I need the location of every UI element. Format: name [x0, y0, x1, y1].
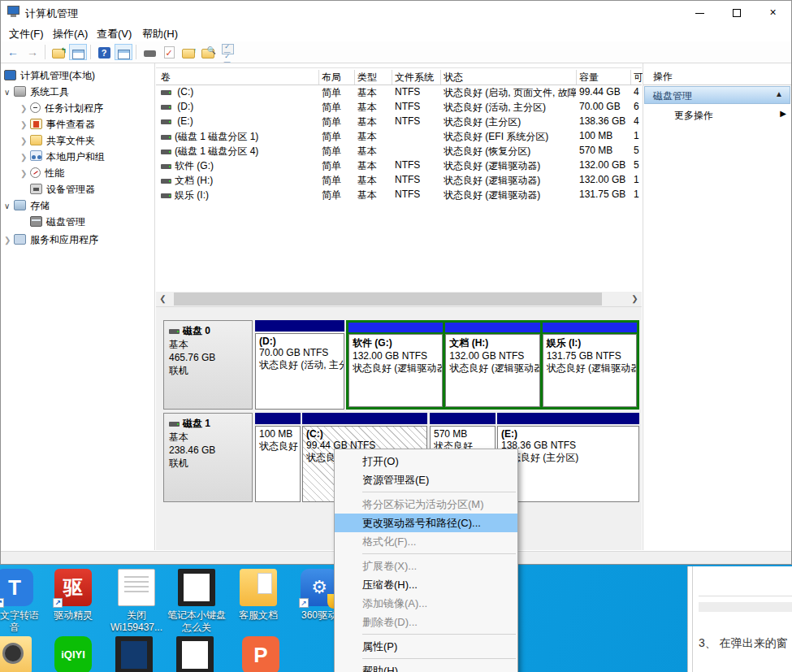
col-layout[interactable]: 布局 — [322, 71, 341, 85]
chevron-right-icon[interactable]: ❯ — [20, 101, 30, 116]
collapse-icon[interactable]: ▲ — [775, 89, 783, 98]
primary-partition-bar — [302, 413, 427, 424]
menu-separator — [362, 634, 516, 635]
partition-i[interactable]: 娱乐 (I:) 131.75 GB NTFS 状态良好 (逻辑驱动器) — [543, 323, 637, 407]
desktop-icon-video-dark[interactable] — [100, 636, 168, 672]
menu-item-open[interactable]: 打开(O) — [335, 452, 517, 470]
iqiyi-icon: iQIYI — [54, 636, 92, 672]
col-status[interactable]: 状态 — [444, 71, 463, 85]
menu-item-format: 格式化(F)... — [335, 532, 517, 551]
panel-splitter[interactable] — [156, 306, 642, 312]
menu-item-explorer[interactable]: 资源管理器(E) — [335, 470, 517, 489]
tree-item-performance[interactable]: ❯性能 — [20, 166, 64, 181]
chevron-right-icon[interactable]: ❯ — [20, 117, 30, 132]
device-view-icon[interactable] — [141, 44, 158, 60]
partition-d[interactable]: (D:) 70.00 GB NTFS 状态良好 (活动, 主分区) — [255, 320, 344, 410]
volume-row-h[interactable]: 文档 (H:) 简单基本 NTFS状态良好 (逻辑驱动器) 132.00 GB1 — [156, 173, 642, 188]
tree-item-event-viewer[interactable]: ❯事件查看器 — [20, 117, 95, 132]
desktop-icon-video-light[interactable] — [161, 636, 229, 672]
scrollbar-track[interactable] — [692, 566, 693, 672]
background-window[interactable]: 3、 在弹出来的窗 — [687, 566, 792, 672]
desktop-icon-wps[interactable]: P — [227, 636, 295, 672]
volume-icon — [161, 119, 171, 124]
col-volume[interactable]: 卷 — [161, 71, 171, 85]
tree-item-system-tools[interactable]: ∨系统工具 — [4, 85, 69, 100]
disk1-info-box[interactable]: 磁盘 1 基本 238.46 GB 联机 — [163, 413, 253, 502]
col-type[interactable]: 类型 — [357, 71, 377, 85]
volume-row-partition4[interactable]: (磁盘 1 磁盘分区 4) 简单基本 状态良好 (恢复分区) 570 MB5 — [156, 144, 642, 158]
disk-management-section-header[interactable]: 磁盘管理 ▲ — [644, 86, 790, 104]
disk0-info-box[interactable]: 磁盘 0 基本 465.76 GB 联机 — [163, 320, 253, 410]
menu-item-change-drive-letter[interactable]: 更改驱动器号和路径(C)... — [335, 514, 517, 532]
menu-view[interactable]: 查看(V) — [92, 26, 136, 42]
volume-row-c[interactable]: (C:) 简单基本 NTFS状态良好 (启动, 页面文件, 故障转储, 主分区)… — [156, 85, 642, 100]
desktop-icon-keyboard-video[interactable]: 笔记本小键盘 怎么关 — [162, 569, 231, 634]
checklist-icon[interactable]: ✓—✓— — [219, 44, 236, 60]
video-file-icon — [176, 636, 214, 672]
more-actions-item[interactable]: 更多操作 ▶ — [643, 106, 791, 124]
back-arrow-icon[interactable]: ← — [4, 44, 22, 60]
tree-item-computer-management[interactable]: 计算机管理(本地) — [4, 68, 95, 84]
scrollbar-thumb[interactable] — [174, 293, 602, 306]
title-bar[interactable]: 计算机管理 × — [1, 1, 791, 24]
chevron-right-icon[interactable]: ❯ — [4, 232, 14, 248]
desktop-icon-close-wifi[interactable]: 关闭 Wi159437... — [102, 569, 171, 634]
col-fs[interactable]: 文件系统 — [395, 71, 434, 85]
chevron-right-icon[interactable]: ❯ — [20, 166, 30, 181]
tree-item-device-manager[interactable]: 设备管理器 — [30, 182, 95, 197]
menu-item-shrink-volume[interactable]: 压缩卷(H)... — [335, 575, 517, 594]
volume-row-d[interactable]: (D:) 简单基本 NTFS状态良好 (活动, 主分区) 70.00 GB6 — [156, 100, 642, 115]
partition-h[interactable]: 文档 (H:) 132.00 GB NTFS 状态良好 (逻辑驱动器) — [445, 323, 539, 407]
shortcut-arrow-icon: ↗ — [53, 598, 63, 608]
show-console-tree-icon[interactable] — [69, 44, 87, 60]
partition-efi[interactable]: 100 MB 状态良好 — [255, 413, 301, 502]
shortcut-arrow-icon: ↗ — [299, 598, 309, 608]
folder-up-icon[interactable]: ↑ — [180, 44, 197, 60]
tree-item-local-users[interactable]: ❯本地用户和组 — [20, 150, 105, 165]
help-icon[interactable]: ? — [95, 44, 113, 60]
shortcut-arrow-icon: ↗ — [0, 598, 4, 608]
menu-action[interactable]: 操作(A) — [48, 26, 93, 42]
volume-icon — [161, 135, 171, 140]
menu-help[interactable]: 帮助(H) — [137, 26, 183, 42]
scroll-right-icon[interactable]: ❯ — [628, 292, 642, 306]
volume-row-e[interactable]: (E:) 简单基本 NTFS状态良好 (主分区) 138.36 GB4 — [156, 115, 642, 129]
close-button[interactable]: × — [755, 1, 791, 24]
col-capacity[interactable]: 容量 — [579, 71, 599, 85]
forward-arrow-icon[interactable]: → — [24, 44, 41, 60]
desktop-icon-label: 驱动精灵 — [39, 609, 107, 622]
partition-e[interactable]: (E:) 138.36 GB NTFS 状态良好 (主分区) — [497, 413, 639, 502]
toolbar: ← → ↰ ? ✓ ↑ 🔍 ✓—✓— — [1, 41, 791, 63]
maximize-button[interactable] — [718, 1, 755, 24]
desktop-icon-iqiyi[interactable]: iQIYI — [39, 636, 107, 672]
chevron-right-icon[interactable]: ❯ — [20, 133, 30, 149]
folder-search-icon[interactable]: 🔍 — [199, 44, 217, 60]
toolbar-separator — [90, 45, 91, 59]
chevron-down-icon[interactable]: ∨ — [4, 85, 14, 100]
horizontal-scrollbar[interactable]: ❮ ❯ — [156, 292, 642, 306]
tree-item-task-scheduler[interactable]: ❯任务计划程序 — [20, 101, 103, 116]
tree-item-disk-management[interactable]: 磁盘管理 — [30, 215, 85, 230]
minimize-button[interactable] — [682, 1, 718, 24]
volume-row-partition1[interactable]: (磁盘 1 磁盘分区 1) 简单基本 状态良好 (EFI 系统分区) 100 M… — [156, 129, 642, 144]
desktop-icon-label: 关闭 Wi159437... — [102, 609, 171, 634]
partition-g[interactable]: 软件 (G:) 132.00 GB NTFS 状态良好 (逻辑驱动器) — [348, 323, 443, 407]
tree-item-services[interactable]: ❯服务和应用程序 — [4, 232, 98, 248]
volume-row-g[interactable]: 软件 (G:) 简单基本 NTFS状态良好 (逻辑驱动器) 132.00 GB5 — [156, 158, 642, 173]
actions-panel: 操作 磁盘管理 ▲ 更多操作 ▶ — [643, 63, 791, 550]
placeholder-bar — [699, 602, 792, 612]
menu-file[interactable]: 文件(F) — [4, 26, 49, 42]
scroll-left-icon[interactable]: ❮ — [156, 292, 170, 306]
volume-row-i[interactable]: 娱乐 (I:) 简单基本 NTFS状态良好 (逻辑驱动器) 131.75 GB1 — [156, 188, 642, 202]
tree-item-storage[interactable]: ∨存储 — [4, 198, 50, 214]
check-report-icon[interactable]: ✓ — [160, 44, 178, 60]
chevron-down-icon[interactable]: ∨ — [4, 198, 14, 214]
chevron-right-icon[interactable]: ❯ — [20, 150, 30, 165]
menu-item-help[interactable]: 帮助(H) — [335, 661, 517, 672]
show-action-pane-icon[interactable] — [115, 44, 132, 60]
desktop-icon-service-docs[interactable]: 客服文档 — [224, 569, 292, 622]
menu-item-properties[interactable]: 属性(P) — [335, 637, 517, 656]
desktop-icon-driver-genius[interactable]: 驱↗ 驱动精灵 — [39, 569, 107, 622]
tree-item-shared-folders[interactable]: ❯共享文件夹 — [20, 133, 95, 149]
export-list-icon[interactable]: ↰ — [50, 44, 67, 60]
